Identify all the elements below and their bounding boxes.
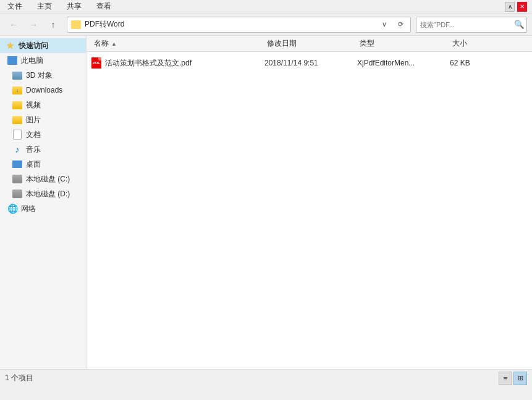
menu-share[interactable]: 共享: [64, 0, 84, 13]
sidebar-item-network[interactable]: 🌐 网络: [0, 201, 86, 216]
status-bar: 1 个项目 ≡ ⊞: [0, 369, 532, 386]
sidebar-item-pictures[interactable]: 图片: [0, 112, 86, 127]
sidebar-music-label: 音乐: [26, 144, 41, 155]
sidebar-video-label: 视频: [26, 100, 41, 110]
sidebar-item-disk-c[interactable]: 本地磁盘 (C:): [0, 172, 86, 186]
3d-objects-icon: [12, 70, 22, 80]
col-header-size[interactable]: 大小: [450, 37, 499, 50]
sidebar-downloads-label: Downloads: [26, 86, 62, 94]
address-text[interactable]: PDF转Word: [85, 19, 374, 30]
file-list: PDF 活动策划书格式及范文.pdf 2018/11/14 9:51 XjPdf…: [87, 52, 532, 74]
view-grid-button[interactable]: ⊞: [513, 372, 527, 385]
col-header-name[interactable]: 名称 ▲: [91, 37, 264, 50]
view-list-button[interactable]: ≡: [499, 372, 512, 385]
col-header-type[interactable]: 类型: [357, 37, 450, 50]
sidebar-item-3d-objects[interactable]: 3D 对象: [0, 68, 86, 83]
collapse-btn[interactable]: ∧: [505, 2, 515, 12]
video-icon: [12, 100, 22, 110]
search-bar: 🔍: [416, 17, 527, 33]
search-button[interactable]: 🔍: [512, 17, 526, 32]
desktop-icon: [12, 159, 22, 169]
sidebar-item-downloads[interactable]: Downloads: [0, 83, 86, 98]
quick-access-icon: ★: [5, 41, 15, 51]
file-size-cell: 62 KB: [450, 59, 499, 67]
sidebar-this-pc-label: 此电脑: [21, 56, 43, 66]
file-date-cell: 2018/11/14 9:51: [264, 59, 357, 67]
col-header-date[interactable]: 修改日期: [264, 37, 357, 50]
pictures-icon: [12, 115, 22, 125]
up-button[interactable]: ↑: [44, 16, 62, 33]
music-icon: ♪: [12, 144, 22, 154]
sidebar: ★ 快速访问 此电脑 3D 对象 Downloads: [0, 36, 87, 369]
sidebar-3d-objects-label: 3D 对象: [26, 70, 53, 81]
search-input[interactable]: [416, 21, 512, 28]
address-folder-icon: [71, 20, 81, 30]
network-icon: 🌐: [7, 204, 17, 214]
view-toggle: ≡ ⊞: [499, 372, 527, 385]
sidebar-network-label: 网络: [21, 204, 36, 214]
sidebar-disk-c-label: 本地磁盘 (C:): [26, 174, 70, 185]
toolbar: ← → ↑ PDF转Word ∨ ⟳ 🔍: [0, 14, 532, 36]
sort-arrow-name: ▲: [111, 41, 117, 47]
main-layout: ★ 快速访问 此电脑 3D 对象 Downloads: [0, 36, 532, 369]
sidebar-item-desktop[interactable]: 桌面: [0, 157, 86, 172]
sidebar-disk-d-label: 本地磁盘 (D:): [26, 189, 70, 199]
this-pc-icon: [7, 56, 17, 65]
disk-c-icon: [12, 174, 22, 184]
sidebar-documents-label: 文档: [26, 130, 41, 140]
sidebar-item-quick-access[interactable]: ★ 快速访问: [0, 38, 86, 53]
menu-file[interactable]: 文件: [5, 0, 25, 13]
sidebar-desktop-label: 桌面: [26, 159, 41, 170]
menu-bar: 文件 主页 共享 查看 ∧ ✕: [0, 0, 532, 14]
sidebar-item-documents[interactable]: 文档: [0, 127, 86, 142]
sidebar-item-music[interactable]: ♪ 音乐: [0, 142, 86, 157]
sidebar-item-disk-d[interactable]: 本地磁盘 (D:): [0, 186, 86, 201]
downloads-icon: [12, 85, 22, 95]
menu-home[interactable]: 主页: [35, 0, 54, 13]
disk-d-icon: [12, 189, 22, 199]
address-bar: PDF转Word ∨ ⟳: [67, 17, 411, 33]
column-headers: 名称 ▲ 修改日期 类型 大小: [87, 36, 532, 52]
file-name-cell: PDF 活动策划书格式及范文.pdf: [91, 57, 264, 69]
sidebar-item-video[interactable]: 视频: [0, 98, 86, 112]
forward-button[interactable]: →: [25, 16, 42, 33]
table-row[interactable]: PDF 活动策划书格式及范文.pdf 2018/11/14 9:51 XjPdf…: [87, 54, 532, 72]
address-dropdown-btn[interactable]: ∨: [378, 19, 391, 31]
menu-view[interactable]: 查看: [94, 0, 114, 13]
close-btn[interactable]: ✕: [517, 2, 527, 12]
documents-icon: [12, 130, 22, 140]
sidebar-pictures-label: 图片: [26, 115, 41, 125]
pdf-icon: PDF: [91, 57, 101, 69]
sidebar-quick-access-label: 快速访问: [19, 41, 48, 51]
file-type-cell: XjPdfEditorMen...: [357, 59, 450, 67]
content-area: 名称 ▲ 修改日期 类型 大小 PDF 活动策划书格式及范文.pdf 2018: [87, 36, 532, 369]
sidebar-item-this-pc[interactable]: 此电脑: [0, 53, 86, 68]
back-button[interactable]: ←: [5, 16, 22, 33]
address-refresh-btn[interactable]: ⟳: [394, 19, 407, 31]
status-count: 1 个项目: [5, 373, 33, 383]
